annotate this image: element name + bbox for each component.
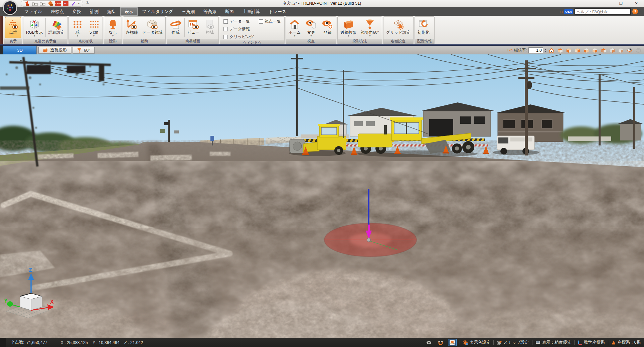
- axes-eye-icon: [126, 18, 138, 30]
- rgb-display-button[interactable]: RGB表示 ▼: [24, 17, 45, 38]
- help-icon[interactable]: ?: [632, 9, 638, 14]
- perspective-projection-button[interactable]: 透視投影 ▼: [338, 17, 358, 38]
- pen-tool-icon[interactable]: [70, 1, 76, 6]
- tab-volume[interactable]: 土量計算: [238, 7, 264, 16]
- coord-y: Y : 10,364.494: [93, 340, 120, 345]
- cad-export-icon[interactable]: CAD: [55, 1, 61, 6]
- checkbox-box[interactable]: [223, 19, 228, 24]
- cube-eye-icon: [146, 18, 158, 30]
- export-folder-icon[interactable]: [40, 1, 45, 6]
- help-dropdown-icon[interactable]: ⌄: [640, 10, 642, 13]
- dropdown-arrow-icon[interactable]: ▼: [33, 35, 35, 37]
- display-color-settings-button[interactable]: 表示色設定: [463, 340, 491, 345]
- tab-contour[interactable]: 等高線: [199, 7, 221, 16]
- checkbox-data-list[interactable]: データ一覧: [223, 19, 254, 24]
- view-register-button[interactable]: 登録: [319, 17, 335, 38]
- dropdown-arrow-icon[interactable]: ▼: [310, 35, 312, 37]
- view-corner-icon[interactable]: [617, 47, 625, 54]
- checkbox-box[interactable]: [223, 27, 228, 31]
- tab-file[interactable]: ファイル: [20, 7, 46, 16]
- data-region-button[interactable]: データ領域: [140, 17, 165, 38]
- logo-dots-icon: [6, 3, 14, 12]
- checkbox-box[interactable]: [259, 19, 263, 24]
- close-button[interactable]: ✕: [629, 0, 644, 7]
- dropdown-arrow-icon[interactable]: ▼: [112, 35, 114, 37]
- benchmark-icon: [611, 340, 616, 345]
- math-coordinate-system-button[interactable]: 数学座標系: [578, 340, 605, 345]
- snap-settings-button[interactable]: スナップ設定: [497, 340, 529, 345]
- view-right-icon[interactable]: [591, 47, 599, 54]
- tree-icon: [109, 18, 117, 30]
- tab-convert[interactable]: 変換: [68, 7, 86, 16]
- x-axis-label: X: [50, 299, 54, 305]
- tab-trace[interactable]: トレース: [264, 7, 291, 16]
- app-logo-icon[interactable]: [3, 0, 17, 15]
- initialize-button[interactable]: 初期化: [416, 17, 432, 38]
- sort-arrows-icon[interactable]: ↑↓: [559, 9, 562, 14]
- checkbox-clipping[interactable]: クリッピング: [223, 34, 254, 40]
- visibility-toggle-icon[interactable]: [425, 339, 433, 346]
- tab-display[interactable]: 表示: [120, 7, 138, 16]
- view-iso-icon[interactable]: [600, 47, 607, 54]
- view-home-icon[interactable]: [548, 47, 555, 54]
- scale-spinner[interactable]: ▲▼: [544, 48, 546, 52]
- total-points-label: 全点数:: [11, 340, 24, 345]
- sphere-shape-button[interactable]: 球 ▼: [69, 17, 86, 38]
- vertical-scale-input[interactable]: [528, 47, 543, 53]
- coordinate-lines-button[interactable]: 座標線: [124, 17, 140, 38]
- view-top-icon[interactable]: [556, 47, 564, 54]
- coordinate-system-button[interactable]: 座標系：6系: [611, 340, 641, 345]
- fov-button[interactable]: 視野角60° ▼: [359, 17, 381, 38]
- view-left-icon[interactable]: [583, 47, 590, 54]
- detail-settings-button[interactable]: 詳細設定: [46, 17, 66, 38]
- tab-section[interactable]: 断面: [221, 7, 238, 16]
- point-cloud-button[interactable]: 点群: [5, 17, 21, 38]
- off-toggle-icon[interactable]: [47, 1, 53, 6]
- point-size-button[interactable]: 5 cm ▼: [86, 17, 102, 38]
- tab-tin[interactable]: 三角網: [177, 7, 199, 16]
- help-search-input[interactable]: [575, 8, 631, 15]
- tab-edit[interactable]: 編集: [103, 7, 120, 16]
- snap-toggle-icon[interactable]: [436, 339, 445, 346]
- dropdown-arrow-icon[interactable]: ▼: [294, 35, 296, 37]
- checkbox-box[interactable]: [223, 35, 228, 39]
- section-view-button[interactable]: ビュー: [185, 17, 202, 38]
- color-gear-icon: [463, 340, 468, 345]
- dropdown-arrow-icon[interactable]: ▼: [93, 35, 95, 37]
- orbit-rotate-icon[interactable]: [626, 47, 633, 54]
- 3d-export-icon[interactable]: 3D: [63, 1, 68, 6]
- save-icon[interactable]: [24, 1, 30, 6]
- section-create-button[interactable]: 作成: [168, 17, 184, 38]
- view-edge-icon[interactable]: [609, 47, 616, 54]
- shading-none-button[interactable]: なし ▼: [105, 17, 121, 38]
- qat-dropdown-icon[interactable]: ▾: [78, 2, 79, 5]
- ribbon-group-shading: なし ▼ 陰影: [104, 16, 122, 44]
- qa-badge-icon[interactable]: Q&A: [564, 9, 573, 14]
- group-caption: 視点: [286, 39, 336, 44]
- tab-filtering[interactable]: フィルタリング: [138, 7, 177, 16]
- checkbox-viewpoint-list[interactable]: 視点一覧: [259, 19, 281, 24]
- tab-3d-view[interactable]: 3D: [3, 46, 37, 54]
- projection-mode-button[interactable]: 透視投影: [38, 47, 71, 54]
- viewport-canvas[interactable]: Z Y X: [0, 54, 644, 338]
- view-front-icon[interactable]: [565, 47, 573, 54]
- view-change-button[interactable]: 変更 ▼: [303, 17, 319, 38]
- tab-measure[interactable]: 計測: [86, 7, 103, 16]
- fov-angle-button[interactable]: 60°: [73, 47, 95, 54]
- view-home-button[interactable]: ホーム ▼: [287, 17, 303, 38]
- axis-system-icon: [578, 340, 582, 345]
- section-region-button: 領域: [202, 17, 218, 38]
- auto-mode-toggle[interactable]: AUTO: [448, 339, 457, 346]
- display-priority-button[interactable]: 表示：精度優先: [535, 340, 572, 345]
- grid-settings-button[interactable]: グリッド設定: [384, 17, 413, 38]
- view-back-icon[interactable]: [574, 47, 581, 54]
- dropdown-arrow-icon[interactable]: ▼: [347, 35, 349, 37]
- dropdown-arrow-icon[interactable]: ▼: [76, 35, 78, 37]
- dropdown-arrow-icon[interactable]: ▼: [369, 35, 371, 37]
- restore-button[interactable]: ❐: [613, 0, 629, 7]
- checkbox-data-info[interactable]: データ情報: [223, 26, 254, 32]
- tab-coordinate-points[interactable]: 座標点: [46, 7, 68, 16]
- minimize-button[interactable]: —: [598, 0, 613, 7]
- qat-customize-icon[interactable]: ▾▔: [87, 0, 89, 7]
- import-folder-icon[interactable]: [32, 1, 38, 6]
